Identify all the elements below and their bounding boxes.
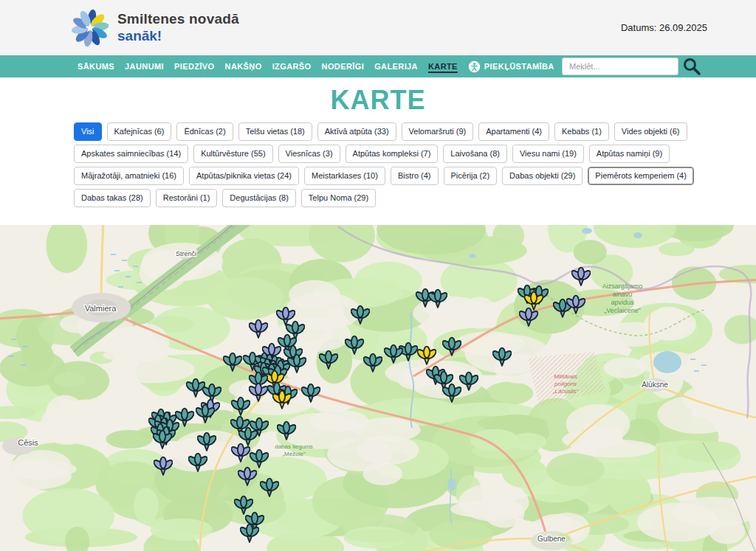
filter-group: VisiKafejnīcas (6)Ēdnīcas (2)Telšu vieta…	[74, 122, 687, 207]
accessibility-icon	[468, 60, 481, 73]
logo-title: Smiltenes novadā	[117, 11, 239, 27]
filter-button-restor-ni-1[interactable]: Restorāni (1)	[156, 189, 218, 207]
map[interactable]: ValmieraStrenčiCēsisAlūksneGulbeneAizsar…	[0, 225, 756, 551]
filter-button-dabas-takas-28[interactable]: Dabas takas (28)	[74, 189, 151, 207]
map-town-label-stren-i: Strenči	[176, 250, 196, 257]
filter-button-atp-tas-piknika-vietas-24[interactable]: Atpūtas/piknika vietas (24)	[189, 167, 299, 185]
filter-button-velomar-ruti-9[interactable]: Velomaršruti (9)	[402, 122, 474, 141]
nav-item-s-kums[interactable]: SĀKUMS	[78, 62, 114, 71]
filter-button-kafejn-cas-6[interactable]: Kafejnīcas (6)	[107, 122, 172, 141]
accessibility-label: PIEKĻŪSTAMĪBA	[484, 62, 554, 71]
nav-items: SĀKUMSJAUNUMIPIEDZĪVONAKŠŅOIZGARŠONODERĪ…	[78, 62, 458, 71]
filter-button-apartamenti-4[interactable]: Apartamenti (4)	[478, 122, 549, 141]
map-town-label-c-sis: Cēsis	[18, 438, 38, 447]
map-area-label-1: Militāraispoligons„Lāčusils”	[552, 373, 579, 395]
page-title: KARTE	[0, 85, 756, 116]
nav-item-accessibility[interactable]: PIEKĻŪSTAMĪBA	[468, 60, 554, 73]
nav-item-izgar-o[interactable]: IZGARŠO	[272, 62, 312, 71]
filter-button-viesu-nami-19[interactable]: Viesu nami (19)	[512, 145, 584, 163]
logo-subtitle: sanāk!	[117, 28, 239, 44]
site-header: Smiltenes novadā sanāk! Datums: 26.09.20…	[0, 0, 756, 55]
nav-item-noder-gi[interactable]: NODERĪGI	[322, 62, 365, 71]
filter-button-kult-rv-sture-55[interactable]: Kultūrvēsture (55)	[193, 145, 272, 163]
filter-row-1: VisiKafejnīcas (6)Ēdnīcas (2)Telšu vieta…	[74, 122, 687, 141]
filter-button-vides-objekti-6[interactable]: Vides objekti (6)	[614, 122, 687, 141]
filter-button-pic-rija-2[interactable]: Picērija (2)	[444, 167, 498, 185]
filter-button-dn-cas-2[interactable]: Ēdnīcas (2)	[176, 122, 233, 141]
filter-button-viesn-cas-3[interactable]: Viesnīcas (3)	[278, 145, 340, 163]
filter-button-akt-v-atp-ta-33[interactable]: Aktīvā atpūta (33)	[317, 122, 396, 141]
filter-row-4: Dabas takas (28)Restorāni (1)Degustācija…	[74, 189, 687, 207]
filter-button-apskates-saimniec-bas-14[interactable]: Apskates saimniecības (14)	[74, 145, 188, 163]
page-root: Smiltenes novadā sanāk! Datums: 26.09.20…	[0, 0, 756, 551]
nav-item-karte[interactable]: KARTE	[428, 62, 458, 71]
filter-button-laivo-ana-8[interactable]: Laivošana (8)	[443, 145, 507, 163]
filter-button-dabas-objekti-29[interactable]: Dabas objekti (29)	[502, 167, 583, 185]
filter-button-meistarklases-10[interactable]: Meistarklases (10)	[304, 167, 385, 185]
map-town-label-al-ksne: Alūksne	[642, 381, 668, 389]
filter-button-atp-tas-kompleksi-7[interactable]: Atpūtas kompleksi (7)	[346, 145, 439, 163]
filter-button-kebabs-1[interactable]: Kebabs (1)	[554, 122, 609, 141]
site-logo[interactable]: Smiltenes novadā sanāk!	[70, 8, 239, 48]
main-nav: SĀKUMSJAUNUMIPIEDZĪVONAKŠŅOIZGARŠONODERĪ…	[0, 55, 756, 77]
nav-item-nak-o[interactable]: NAKŠŅO	[225, 62, 262, 71]
date-label: Datums: 26.09.2025	[621, 22, 707, 33]
filter-button-visi[interactable]: Visi	[74, 122, 102, 141]
search-button[interactable]	[682, 57, 701, 76]
filter-button-degust-cijas-8[interactable]: Degustācijas (8)	[222, 189, 295, 207]
filter-button-piem-rots-kemperiem-4[interactable]: Piemērots kemperiem (4)	[588, 167, 693, 185]
filter-button-telpu-noma-29[interactable]: Telpu Noma (29)	[301, 189, 376, 207]
filter-button-tel-u-vietas-18[interactable]: Telšu vietas (18)	[238, 122, 312, 141]
logo-flower-icon	[70, 8, 110, 48]
map-town-label-gulbene: Gulbene	[537, 535, 566, 543]
filter-button-bistro-4[interactable]: Bistro (4)	[391, 167, 439, 185]
search-input[interactable]	[562, 58, 678, 75]
nav-item-galerija[interactable]: GALERIJA	[374, 62, 418, 71]
filter-button-m-jra-ot-ji-amatnieki-16[interactable]: Mājražotāji, amatnieki (16)	[74, 167, 184, 185]
nav-item-piedz-vo[interactable]: PIEDZĪVO	[174, 62, 215, 71]
filter-button-atp-tas-nami-i-9[interactable]: Atpūtas namiņi (9)	[589, 145, 670, 163]
search-icon	[682, 57, 701, 76]
map-town-label-valmiera: Valmiera	[85, 304, 117, 313]
filter-row-2: Apskates saimniecības (14)Kultūrvēsture …	[74, 145, 687, 163]
nav-item-jaunumi[interactable]: JAUNUMI	[125, 62, 164, 71]
filter-row-3: Mājražotāji, amatnieki (16)Atpūtas/pikni…	[74, 167, 687, 185]
